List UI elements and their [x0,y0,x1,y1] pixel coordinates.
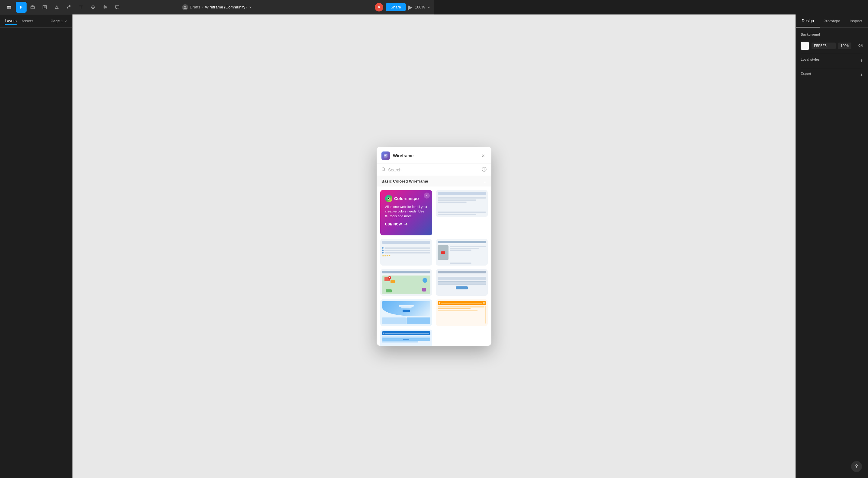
comment-tool-button[interactable] [112,2,123,13]
section-bar[interactable]: Basic Colored Wireframe ⌄ [377,176,434,186]
svg-point-9 [184,6,186,7]
shape-tool-button[interactable] [51,2,62,13]
search-icon [381,167,386,172]
component-tool-button[interactable] [88,2,98,13]
modal-overlay: Wireframe × [72,14,434,239]
svg-rect-11 [384,155,386,156]
pen-tool-button[interactable] [63,2,74,13]
svg-rect-13 [386,155,387,156]
layers-panel-content [0,28,72,239]
ad-body-text: All in one website for all your creative… [385,205,427,218]
select-tools [16,2,38,13]
frame-tools [39,2,50,13]
breadcrumb-drafts[interactable]: Drafts [190,5,200,9]
play-button[interactable]: ▶ [408,4,412,10]
modal-title: Wireframe [393,153,434,158]
shape-tools [51,2,62,13]
ad-logo: Colorsinspo [385,195,427,202]
modal-body[interactable]: × Colorsinspo All in one website for all… [377,186,434,239]
page-chevron-icon [64,20,67,23]
svg-rect-0 [7,6,9,7]
page-selector[interactable]: Page 1 [51,19,67,23]
hand-tool-button[interactable] [100,2,111,13]
breadcrumb-separator: / [202,5,203,9]
main-menu-button[interactable] [4,2,14,13]
wireframe-modal: Wireframe × [377,147,434,239]
search-bar [377,164,434,176]
modal-header: Wireframe × [377,147,434,164]
text-tools [75,2,86,13]
tab-layers[interactable]: Layers [5,17,17,25]
search-input[interactable] [388,168,434,172]
user-avatar-icon [182,4,188,10]
modal-grid: × Colorsinspo All in one website for all… [380,190,434,239]
text-tool-button[interactable] [75,2,86,13]
breadcrumb: Drafts / Wireframe (Community) [182,4,252,10]
panel-tabs: Layers Assets Page 1 [0,14,72,28]
ad-arrow-icon [404,222,408,226]
left-panel: Layers Assets Page 1 [0,14,72,239]
svg-rect-2 [7,8,9,9]
breadcrumb-current: Wireframe (Community) [205,5,247,9]
select-tool-button[interactable] [16,2,27,13]
svg-rect-6 [44,6,45,8]
hand-tools [100,2,111,13]
ad-logo-icon [385,195,392,202]
menu-group [4,2,14,13]
svg-rect-12 [386,155,387,155]
frame-tool-button[interactable] [39,2,50,13]
svg-rect-4 [31,6,34,9]
tab-assets[interactable]: Assets [22,18,33,25]
ad-card-item[interactable]: × Colorsinspo All in one website for all… [380,190,432,235]
section-bar-label: Basic Colored Wireframe [381,179,428,183]
page-label: Page 1 [51,19,63,23]
ad-card: × Colorsinspo All in one website for all… [380,190,432,235]
component-tools [88,2,98,13]
svg-rect-1 [9,6,11,7]
toolbar-right: V Share ▶ 100% [375,3,430,11]
ad-logo-text: Colorsinspo [394,196,419,201]
ad-cta-text: USE NOW [385,223,402,226]
toolbar-left [4,2,123,13]
share-button[interactable]: Share [386,3,406,11]
toolbar-center: Drafts / Wireframe (Community) [182,4,252,10]
ad-close-button[interactable]: × [424,193,430,199]
modal-icon [381,151,390,160]
toolbar: Drafts / Wireframe (Community) V Share ▶… [0,0,434,14]
scale-tool-button[interactable] [27,2,38,13]
avatar[interactable]: V [375,3,383,11]
ad-cta[interactable]: USE NOW [385,222,427,226]
zoom-level[interactable]: 100% [415,5,425,9]
comment-tools [112,2,123,13]
zoom-chevron-icon[interactable] [427,6,430,9]
main-canvas[interactable]: Wireframe × [72,14,434,239]
chevron-down-icon[interactable] [249,5,252,9]
pen-tools [63,2,74,13]
svg-rect-3 [9,8,11,9]
